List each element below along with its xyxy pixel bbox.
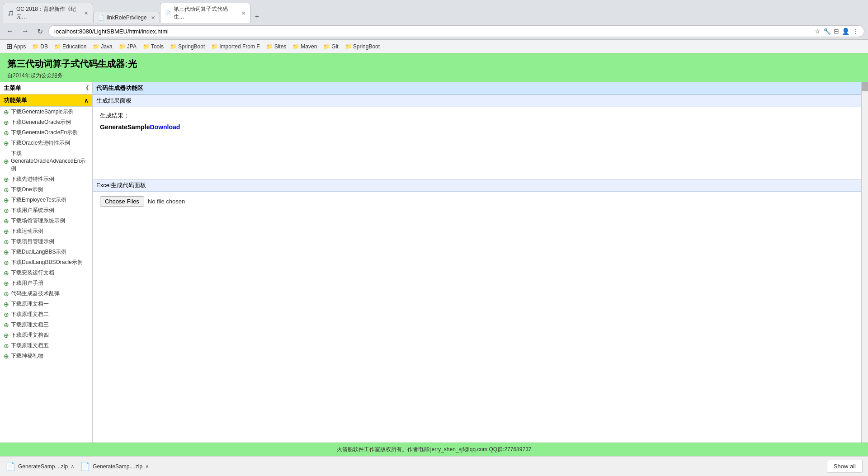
tab-close-2[interactable]: ✕ — [151, 15, 155, 21]
sidebar-item[interactable]: ⊕下载原理文档三 — [0, 320, 92, 330]
sidebar-item[interactable]: ⊕下载原理文档五 — [0, 340, 92, 351]
sidebar-item[interactable]: ⊕下载Oracle先进特性示例 — [0, 138, 92, 148]
scrollbar-track[interactable] — [861, 82, 868, 443]
sidebar-item[interactable]: ⊕下载原理文档四 — [0, 330, 92, 340]
bm-sites[interactable]: 📁 Sites — [264, 42, 289, 51]
tab-favicon-3: 📄 — [165, 10, 171, 16]
sidebar-item[interactable]: ⊕下载GenerateSample示例 — [0, 107, 92, 117]
bm-java[interactable]: 📁 Java — [90, 42, 115, 51]
tab-close-3[interactable]: ✕ — [241, 10, 245, 16]
sidebar-item-icon: ⊕ — [4, 269, 9, 277]
download-item-1[interactable]: 📄 GenerateSamp....zip ∧ — [5, 462, 75, 471]
download-link[interactable]: Download — [150, 123, 180, 131]
sidebar-item-label: 下载场馆管理系统示例 — [11, 217, 65, 225]
page-header: 第三代动词算子式代码生成器:光 自2014年起为公众服务 — [0, 53, 868, 82]
sidebar-item[interactable]: ⊕下载场馆管理系统示例 — [0, 216, 92, 226]
sidebar-item[interactable]: ⊕下载GenerateOracleEn示例 — [0, 127, 92, 138]
folder-icon-java: 📁 — [93, 43, 99, 50]
tab-favicon-1: 🎵 — [8, 10, 14, 16]
sidebar-item-label: 下载运动示例 — [11, 227, 43, 235]
sidebar-item[interactable]: ⊕下载原理文档二 — [0, 309, 92, 320]
page-title: 第三代动词算子式代码生成器:光 — [7, 58, 861, 70]
sidebar-item[interactable]: ⊕下载GenerateOracleAdvancedEn示例 — [0, 148, 92, 174]
bm-springboot2-label: SpringBoot — [353, 43, 380, 50]
choose-files-button[interactable]: Choose Files — [100, 196, 144, 207]
sidebar-section: 功能菜单 ∧ — [0, 94, 92, 107]
sidebar-item[interactable]: ⊕代码生成器技术乱弹 — [0, 288, 92, 299]
sidebar-item[interactable]: ⊕下载安装运行文档 — [0, 268, 92, 278]
sidebar-item[interactable]: ⊕下载One示例 — [0, 184, 92, 195]
folder-icon-education: 📁 — [54, 43, 61, 50]
bm-apps[interactable]: ⊞ Apps — [4, 41, 28, 52]
sidebar-item-icon: ⊕ — [4, 207, 9, 214]
sidebar-item-label: 下载GenerateSample示例 — [11, 108, 74, 116]
result-label: 生成结果： — [100, 112, 854, 120]
sidebar-item[interactable]: ⊕下载原理文档一 — [0, 299, 92, 309]
profile-icon[interactable]: 👤 — [842, 28, 849, 35]
show-all-button[interactable]: Show all — [827, 460, 863, 473]
sidebar-item[interactable]: ⊕下载运动示例 — [0, 226, 92, 236]
address-bar: ← → ↻ localhost:8080/LightSBMEU/html/ind… — [0, 23, 868, 39]
url-text: localhost:8080/LightSBMEU/html/index.htm… — [54, 28, 815, 35]
sidebar-item-icon: ⊕ — [4, 290, 9, 297]
sidebar-item[interactable]: ⊕下载EmployeeTest示例 — [0, 195, 92, 205]
sidebar-item[interactable]: ⊕下载用户系统示例 — [0, 205, 92, 216]
sidebar-item[interactable]: ⊕下载神秘礼物 — [0, 351, 92, 361]
func-menu-toggle[interactable]: ∧ — [84, 97, 89, 104]
sidebar-item-icon: ⊕ — [4, 217, 9, 225]
filter-icon[interactable]: ⊟ — [834, 28, 839, 35]
sidebar-item-icon: ⊕ — [4, 197, 9, 204]
sidebar-collapse-button[interactable]: 《 — [83, 85, 89, 92]
tab-gc2018[interactable]: 🎵 GC 2018：育碧新作《纪元… ✕ — [3, 3, 93, 23]
bm-db[interactable]: 📁 DB — [29, 42, 51, 51]
sidebar-item[interactable]: ⊕下载GenerateOracle示例 — [0, 117, 92, 127]
folder-icon-maven: 📁 — [292, 43, 299, 50]
sidebar-item-icon: ⊕ — [4, 238, 9, 245]
bm-springboot1[interactable]: 📁 SpringBoot — [167, 42, 208, 51]
bm-jpa[interactable]: 📁 JPA — [116, 42, 139, 51]
sidebar-item-label: 下载原理文档二 — [11, 311, 49, 318]
bm-imported-label: Imported From F — [219, 43, 259, 50]
sidebar-item[interactable]: ⊕下载DualLangBBSOracle示例 — [0, 257, 92, 268]
sidebar-item-icon: ⊕ — [4, 342, 9, 349]
sidebar-item[interactable]: ⊕下载先进特性示例 — [0, 174, 92, 184]
download-bar: 📄 GenerateSamp....zip ∧ 📄 GenerateSamp..… — [0, 456, 868, 476]
scrollbar-thumb[interactable] — [862, 82, 868, 91]
menu-icon[interactable]: ⋮ — [852, 28, 859, 35]
url-bar[interactable]: localhost:8080/LightSBMEU/html/index.htm… — [48, 25, 864, 37]
tab-linkrole[interactable]: 📄 linkRolePrivilege ✕ — [93, 12, 160, 23]
download-file-icon-2: 📄 — [80, 462, 90, 471]
bm-education-label: Education — [62, 43, 86, 50]
bm-imported[interactable]: 📁 Imported From F — [208, 42, 262, 51]
download-name-1: GenerateSamp....zip — [18, 463, 68, 470]
download-chevron-2[interactable]: ∧ — [145, 463, 149, 470]
folder-icon-jpa: 📁 — [119, 43, 126, 50]
tab-codegen[interactable]: 📄 第三代动词算子式代码生… ✕ — [160, 3, 250, 23]
bm-maven[interactable]: 📁 Maven — [290, 42, 320, 51]
bm-tools[interactable]: 📁 Tools — [140, 42, 166, 51]
download-item-2[interactable]: 📄 GenerateSamp....zip ∧ — [80, 462, 149, 471]
file-input-row: Choose Files No file chosen — [100, 196, 854, 207]
folder-icon-tools: 📁 — [143, 43, 150, 50]
sidebar-item[interactable]: ⊕下载项目管理示例 — [0, 236, 92, 247]
bm-git[interactable]: 📁 Git — [321, 42, 341, 51]
tab-close-1[interactable]: ✕ — [84, 10, 88, 16]
download-file-icon-1: 📄 — [5, 462, 15, 471]
back-button[interactable]: ← — [4, 26, 16, 37]
star-icon[interactable]: ☆ — [815, 28, 821, 35]
sidebar-item-label: 下载用户系统示例 — [11, 207, 54, 214]
sidebar-item[interactable]: ⊕下载DualLangBBS示例 — [0, 247, 92, 257]
download-chevron-1[interactable]: ∧ — [71, 463, 75, 470]
sidebar-item-icon: ⊕ — [4, 186, 9, 193]
sidebar-item-icon: ⊕ — [4, 129, 9, 137]
sidebar-item[interactable]: ⊕下载用户手册 — [0, 278, 92, 288]
forward-button[interactable]: → — [19, 26, 32, 37]
new-tab-button[interactable]: + — [250, 10, 264, 23]
sidebar-item-icon: ⊕ — [4, 353, 9, 360]
extension-icon[interactable]: 🔧 — [823, 28, 831, 35]
reload-button[interactable]: ↻ — [34, 26, 46, 37]
bm-springboot2[interactable]: 📁 SpringBoot — [342, 42, 382, 51]
sidebar-header: 主菜单 《 — [0, 82, 92, 94]
bm-education[interactable]: 📁 Education — [52, 42, 89, 51]
content-section-header: 代码生成器功能区 — [93, 82, 861, 94]
